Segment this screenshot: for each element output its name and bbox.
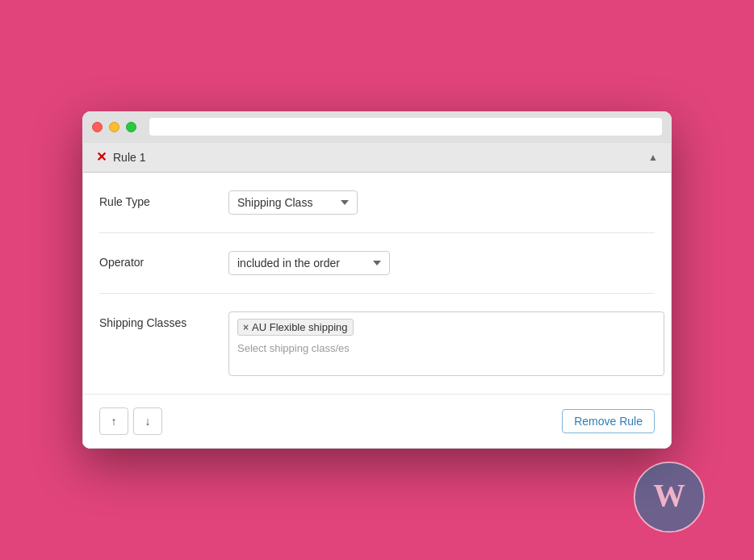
rule-close-icon[interactable]: ✕ [96, 151, 107, 164]
move-up-button[interactable]: ↑ [99, 407, 128, 435]
shipping-classes-row: Shipping Classes × AU Flexible shipping … [99, 294, 655, 394]
browser-window: ✕ Rule 1 ▲ Rule Type Shipping Class Prod… [82, 111, 672, 449]
remove-rule-button[interactable]: Remove Rule [562, 409, 655, 433]
browser-titlebar [82, 111, 672, 142]
move-down-button[interactable]: ↓ [133, 407, 162, 435]
traffic-light-maximize[interactable] [126, 122, 136, 132]
tag-label: AU Flexible shipping [252, 321, 348, 333]
rule-type-control: Shipping Class Product Product Category … [228, 190, 655, 215]
tag-remove-icon[interactable]: × [243, 322, 249, 333]
svg-text:W: W [653, 478, 685, 513]
shipping-classes-placeholder: Select shipping class/es [236, 342, 657, 354]
rule-footer: ↑ ↓ Remove Rule [83, 394, 671, 448]
shipping-class-tag: × AU Flexible shipping [237, 319, 354, 336]
rule-title: Rule 1 [113, 151, 145, 164]
traffic-light-close[interactable] [92, 122, 103, 132]
rule-type-row: Rule Type Shipping Class Product Product… [99, 173, 655, 233]
rule-panel: ✕ Rule 1 ▲ Rule Type Shipping Class Prod… [82, 142, 672, 449]
rule-type-label: Rule Type [99, 190, 228, 208]
traffic-light-minimize[interactable] [109, 122, 119, 132]
rule-type-select[interactable]: Shipping Class Product Product Category … [228, 190, 358, 215]
shipping-classes-control: × AU Flexible shipping Select shipping c… [228, 311, 664, 376]
operator-select[interactable]: included in the order not included in th… [228, 251, 390, 275]
rule-header: ✕ Rule 1 ▲ [83, 143, 671, 173]
collapse-arrow-icon[interactable]: ▲ [648, 152, 658, 163]
address-bar[interactable] [149, 118, 662, 136]
rule-body: Rule Type Shipping Class Product Product… [83, 173, 671, 394]
shipping-classes-label: Shipping Classes [99, 311, 228, 329]
arrow-buttons: ↑ ↓ [99, 407, 162, 435]
browser-content: ✕ Rule 1 ▲ Rule Type Shipping Class Prod… [82, 142, 672, 449]
shipping-classes-tag-input[interactable]: × AU Flexible shipping Select shipping c… [228, 311, 664, 376]
operator-label: Operator [99, 251, 228, 269]
svg-point-0 [635, 462, 704, 532]
rule-header-left: ✕ Rule 1 [96, 151, 145, 164]
operator-row: Operator included in the order not inclu… [99, 233, 655, 294]
operator-control: included in the order not included in th… [228, 251, 655, 275]
wp-watermark: W [633, 461, 706, 536]
